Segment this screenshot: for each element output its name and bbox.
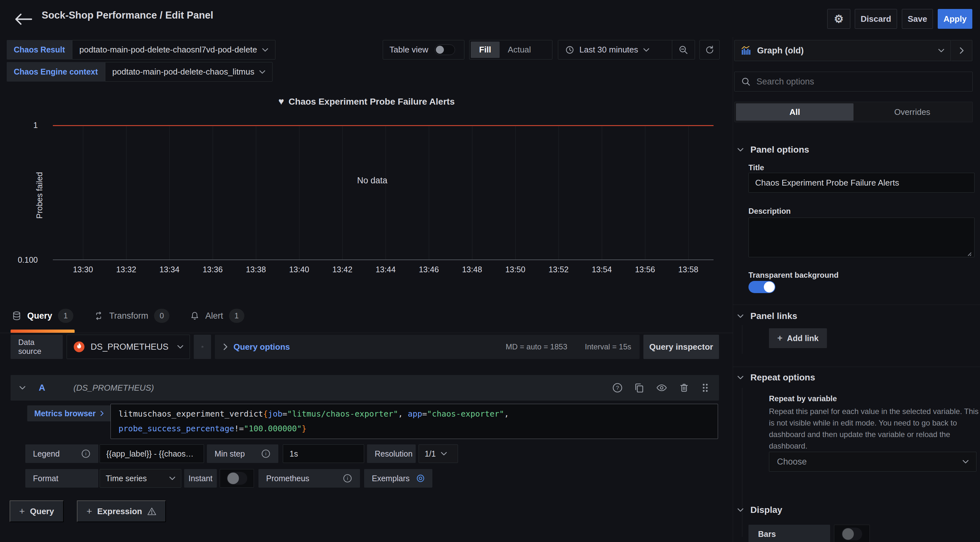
panel-settings-gear-button[interactable]: ⚙ [827, 9, 850, 29]
gridline [342, 125, 343, 260]
tab-query[interactable]: Query 1 [11, 302, 75, 330]
visualization-picker[interactable]: Graph (old) [734, 40, 951, 61]
table-view-toggle[interactable] [434, 44, 455, 55]
help-circle-icon: ? [202, 341, 204, 352]
add-query-button[interactable]: + Query [10, 501, 64, 522]
panel-description-textarea[interactable] [748, 217, 975, 257]
promql-token: "100.000000" [244, 424, 302, 433]
gridline [169, 125, 170, 260]
variable-label-chaos-result[interactable]: Chaos Result [7, 40, 72, 60]
discard-button[interactable]: Discard [855, 9, 897, 29]
actual-option[interactable]: Actual [500, 41, 539, 58]
format-select[interactable]: Time series [100, 469, 181, 488]
panel-links-section-header[interactable]: Panel links [738, 311, 797, 321]
panel-title-input[interactable] [748, 173, 975, 193]
query-help-button[interactable]: ? [612, 382, 623, 393]
chart-panel-title[interactable]: ♥Chaos Experiment Probe Failure Alerts [0, 96, 733, 107]
chevron-right-icon [959, 48, 964, 54]
chevron-down-icon [441, 452, 447, 456]
apply-button[interactable]: Apply [938, 9, 972, 29]
exemplars-bullseye-icon[interactable] [410, 473, 426, 483]
tab-transform-label: Transform [109, 311, 148, 321]
toggle-viz-panel-button[interactable] [951, 40, 972, 61]
x-tick-label: 13:32 [116, 265, 137, 274]
warning-triangle-icon [147, 507, 156, 515]
x-tick-label: 13:54 [592, 265, 612, 274]
options-search [734, 72, 973, 92]
fill-option[interactable]: Fill [471, 41, 500, 58]
delete-query-button[interactable] [679, 382, 689, 393]
datasource-select[interactable]: DS_PROMETHEUS [67, 335, 190, 359]
toggle-query-visibility-button[interactable] [655, 382, 668, 393]
tab-transform[interactable]: Transform 0 [92, 302, 171, 330]
add-expression-button[interactable]: + Expression [77, 501, 166, 522]
chart-plot-area[interactable]: 13:3013:3213:3413:3613:3813:4013:4213:44… [53, 125, 714, 260]
prometheus-icon [73, 341, 85, 353]
y-axis-tick-0100: 0.100 [18, 255, 38, 265]
display-section-header[interactable]: Display [738, 505, 783, 515]
promql-token: } [302, 424, 307, 433]
time-range-picker[interactable]: Last 30 minutes [558, 40, 672, 59]
x-tick-label: 13:30 [73, 265, 93, 274]
refresh-button[interactable] [700, 40, 720, 60]
min-step-input[interactable]: 1s [283, 444, 364, 463]
query-options-toggle[interactable]: Query options [234, 342, 290, 352]
query-action-icons: ? [612, 382, 710, 393]
x-tick-label: 13:44 [375, 265, 396, 274]
save-button[interactable]: Save [902, 9, 933, 29]
x-tick-label: 13:56 [635, 265, 655, 274]
repeat-options-section-header[interactable]: Repeat options [738, 372, 815, 383]
promql-token: "chaos-exporter" [427, 409, 504, 418]
promql-expression-input[interactable]: litmuschaos_experiment_verdict{job="litm… [110, 404, 718, 439]
x-tick-label: 13:52 [549, 265, 569, 274]
datasource-help-button[interactable]: ? [194, 335, 211, 359]
graph-viz-icon [741, 46, 751, 55]
duplicate-query-button[interactable] [634, 382, 645, 393]
chevron-right-icon [223, 344, 228, 350]
panel-options-section-header[interactable]: Panel options [738, 144, 809, 155]
options-search-input[interactable] [756, 77, 966, 87]
variable-value-chaos-result[interactable]: podtato-main-pod-delete-chaosnl7vd-pod-d… [72, 40, 275, 60]
resolution-select[interactable]: 1/1 [418, 444, 458, 463]
query-a-header[interactable]: A (DS_PROMETHEUS) ? [11, 375, 719, 401]
gridline [688, 125, 689, 260]
promql-token: , [398, 409, 408, 418]
table-view-control: Table view [383, 40, 465, 60]
instant-toggle[interactable] [227, 472, 247, 485]
x-tick-label: 13:48 [462, 265, 482, 274]
query-inspector-button[interactable]: Query inspector [643, 335, 719, 359]
back-arrow-icon[interactable] [15, 12, 33, 26]
gridline [299, 125, 299, 260]
format-label: Format [33, 474, 58, 483]
svg-text:i: i [347, 476, 348, 481]
legend-format-input[interactable]: {{app_label}} - {{chaos… [100, 444, 204, 463]
top-bar: Sock-Shop Performance / Edit Panel ⚙ Dis… [0, 0, 980, 37]
x-axis-line [53, 260, 714, 260]
legend-label: Legend [33, 449, 60, 458]
options-tab-overrides[interactable]: Overrides [853, 103, 971, 120]
tab-alert[interactable]: Alert 1 [189, 302, 246, 330]
promql-token: = [422, 409, 427, 418]
metrics-browser-button[interactable]: Metrics browser [27, 406, 111, 422]
bars-toggle[interactable] [842, 528, 862, 540]
x-tick-label: 13:58 [678, 265, 698, 274]
instant-label-box: Instant [184, 469, 217, 488]
chevron-down-icon [738, 148, 743, 152]
display-heading: Display [750, 505, 783, 515]
variable-label-chaos-engine-context[interactable]: Chaos Engine context [7, 62, 105, 82]
page-title: Sock-Shop Performance / Edit Panel [41, 10, 213, 21]
repeat-variable-select[interactable]: Choose [769, 452, 977, 472]
datasource-label: Data source [11, 335, 63, 359]
variable-value-chaos-engine-context[interactable]: podtato-main-pod-delete-chaos_litmus [105, 62, 273, 82]
zoom-out-button[interactable] [672, 40, 695, 59]
chevron-down-icon [259, 70, 265, 74]
options-tab-all[interactable]: All [736, 103, 853, 120]
legend-label-box: Legend i [25, 444, 98, 463]
drag-query-handle[interactable] [700, 382, 710, 393]
transparent-background-toggle[interactable] [748, 281, 775, 293]
info-icon: i [337, 474, 352, 483]
add-link-button[interactable]: + Add link [769, 328, 827, 348]
trash-icon [679, 382, 689, 393]
chevron-down-icon [169, 476, 175, 480]
bell-icon [190, 311, 199, 320]
